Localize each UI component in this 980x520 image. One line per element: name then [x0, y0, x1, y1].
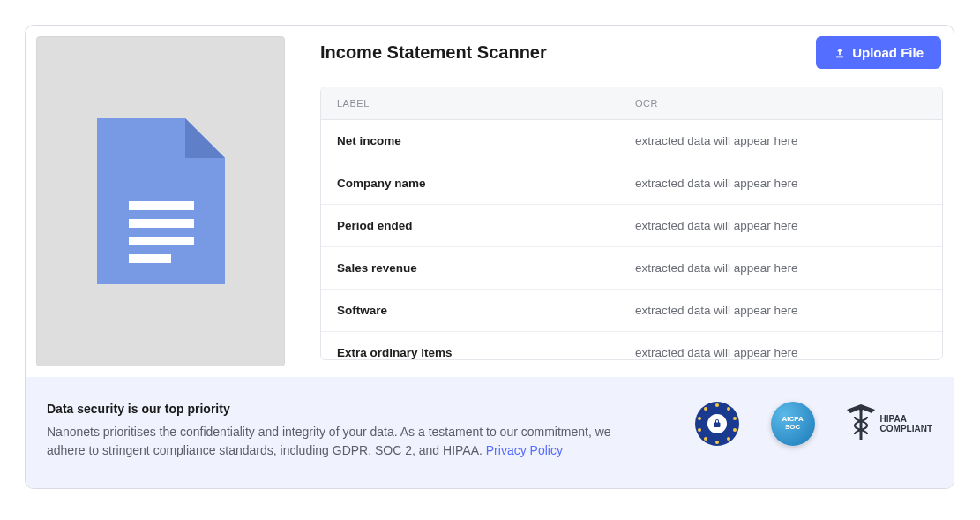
footer-title: Data security is our top priority	[47, 402, 611, 416]
row-label: Extra ordinary items	[321, 332, 619, 361]
table-row: Sales revenueextracted data will appear …	[321, 247, 942, 290]
document-preview-area[interactable]	[36, 36, 285, 366]
row-ocr: extracted data will appear here	[619, 162, 942, 205]
main-area: Income Statement Scanner Upload File LAB…	[320, 36, 943, 366]
row-ocr: extracted data will appear here	[619, 247, 942, 290]
table-row: Softwareextracted data will appear here	[321, 290, 942, 332]
footer-desc: Nanonets prioritises the confidentiality…	[47, 423, 611, 460]
row-ocr: extracted data will appear here	[619, 332, 942, 361]
upload-file-button[interactable]: Upload File	[816, 36, 941, 69]
svg-rect-4	[859, 408, 862, 440]
upload-icon	[834, 47, 846, 59]
header-row: Income Statement Scanner Upload File	[320, 36, 943, 69]
lock-icon	[712, 418, 722, 429]
hipaa-line2: COMPLIANT	[880, 424, 932, 433]
svg-rect-3	[129, 254, 171, 263]
compliance-badges: AICPA SOC HIPAA COMPLIANT	[695, 402, 932, 446]
table-row: Period endedextracted data will appear h…	[321, 205, 942, 247]
row-label: Period ended	[321, 205, 619, 247]
col-header-label: LABEL	[321, 87, 619, 120]
privacy-policy-link[interactable]: Privacy Policy	[486, 443, 563, 457]
security-footer: Data security is our top priority Nanone…	[26, 377, 954, 488]
extraction-table: LABEL OCR Net incomeextracted data will …	[321, 87, 942, 360]
top-section: Income Statement Scanner Upload File LAB…	[26, 26, 954, 377]
row-label: Sales revenue	[321, 247, 619, 290]
soc-line2: SOC	[785, 424, 800, 432]
svg-point-5	[858, 405, 864, 411]
extraction-table-wrapper[interactable]: LABEL OCR Net incomeextracted data will …	[320, 87, 943, 360]
soc-badge: AICPA SOC	[771, 402, 815, 446]
gdpr-badge	[695, 402, 739, 446]
page-title: Income Statement Scanner	[320, 42, 547, 63]
table-row: Company nameextracted data will appear h…	[321, 162, 942, 205]
row-label: Software	[321, 290, 619, 332]
footer-text: Data security is our top priority Nanone…	[47, 402, 611, 460]
col-header-ocr: OCR	[619, 87, 942, 120]
row-label: Net income	[321, 120, 619, 162]
row-ocr: extracted data will appear here	[619, 120, 942, 162]
table-row: Net incomeextracted data will appear her…	[321, 120, 942, 162]
row-ocr: extracted data will appear here	[619, 290, 942, 332]
svg-rect-2	[129, 237, 194, 245]
upload-file-label: Upload File	[852, 45, 924, 60]
hipaa-badge: HIPAA COMPLIANT	[847, 404, 932, 443]
svg-rect-1	[129, 219, 194, 228]
table-row: Extra ordinary itemsextracted data will …	[321, 332, 942, 361]
scanner-card: Income Statement Scanner Upload File LAB…	[25, 25, 954, 489]
svg-rect-0	[129, 201, 194, 210]
hipaa-line1: HIPAA	[880, 414, 932, 424]
document-icon	[97, 118, 225, 284]
caduceus-icon	[847, 404, 875, 443]
row-label: Company name	[321, 162, 619, 205]
row-ocr: extracted data will appear here	[619, 205, 942, 247]
